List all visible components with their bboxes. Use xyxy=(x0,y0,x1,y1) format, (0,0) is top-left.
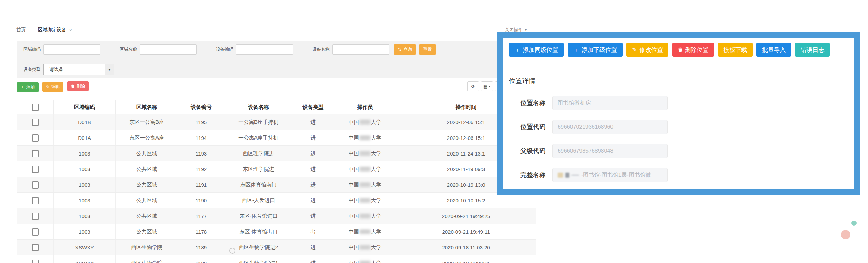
trash-icon xyxy=(71,84,75,88)
table-header-row: 区域编码 区域名称 设备编号 设备名称 设备类型 操作员 操作时间 xyxy=(17,100,536,114)
table-row[interactable]: D01B 东区一公寓B座 1195 一公寓B座手持机 进 中国大学 2020-1… xyxy=(17,114,536,130)
cell-device-type: 进 xyxy=(292,193,334,208)
edit-button-label: 编辑 xyxy=(51,84,60,90)
search-row-1: 区域编码 区域名称 设备编码 设备名称 查询 重置 xyxy=(23,43,535,55)
add-button-label: 添加 xyxy=(26,84,35,90)
area-name-input[interactable] xyxy=(140,44,197,55)
row-checkbox[interactable] xyxy=(32,213,39,220)
row-checkbox[interactable] xyxy=(32,244,39,251)
panel-title: 位置详情 xyxy=(509,77,848,86)
plus-icon: ＋ xyxy=(514,47,520,53)
loading-indicator xyxy=(229,248,235,254)
table-row[interactable]: D01A 东区一公寓A座 1194 一公寓A座手持机 进 中国大学 2020-1… xyxy=(17,130,536,146)
cell-device-name: 西区生物学院进1 xyxy=(225,255,292,263)
position-name-input[interactable]: 图书馆微机房 xyxy=(552,96,668,110)
cell-device-type: 进 xyxy=(292,114,334,130)
row-checkbox[interactable] xyxy=(32,260,39,263)
reset-button[interactable]: 重置 xyxy=(419,44,436,55)
cell-checkbox xyxy=(17,146,54,161)
edit-button[interactable]: ✎ 编辑 xyxy=(42,82,63,92)
cell-operator: 中国大学 xyxy=(334,146,396,161)
error-log-button[interactable]: 错误日志 xyxy=(795,43,830,57)
cell-device-type: 进 xyxy=(292,130,334,146)
device-table: 区域编码 区域名称 设备编号 设备名称 设备类型 操作员 操作时间 D01B 东… xyxy=(17,100,536,263)
cell-operator: 中国大学 xyxy=(334,114,396,130)
close-icon[interactable]: × xyxy=(69,28,72,32)
add-button[interactable]: ＋ 添加 xyxy=(17,82,39,92)
redacted-blur xyxy=(360,135,370,140)
cell-area-code: 1003 xyxy=(54,161,116,177)
row-checkbox[interactable] xyxy=(32,166,39,173)
table-row[interactable]: 1003 公共区域 1193 西区理学院进 进 中国大学 2020-11-24 … xyxy=(17,146,536,161)
cell-checkbox xyxy=(17,255,54,263)
row-checkbox[interactable] xyxy=(32,134,39,142)
tab-home[interactable]: 首页 xyxy=(10,22,32,38)
table-row[interactable]: 1003 公共区域 1191 东区体育馆南门 进 中国大学 2020-10-19… xyxy=(17,177,536,193)
row-checkbox[interactable] xyxy=(32,197,39,204)
cell-device-no: 1190 xyxy=(178,193,225,208)
field-position-code: 位置代码 696607021936168960 xyxy=(520,120,848,134)
main-page: 首页 区域绑定设备 × 关闭操作 ▼ 区域编码 区域名称 设备编码 设备名称 xyxy=(10,22,537,263)
cell-device-type: 进 xyxy=(292,208,334,224)
device-type-label: 设备类型 xyxy=(23,67,41,73)
row-checkbox[interactable] xyxy=(32,181,39,189)
cell-device-no: 1192 xyxy=(178,161,225,177)
columns-button[interactable]: ▦▼ xyxy=(481,81,493,91)
plus-icon: ＋ xyxy=(573,47,579,53)
table-row[interactable]: XSWXY 西区生物学院 1189 西区生物学院进2 进 中国大学 2020-0… xyxy=(17,240,536,255)
device-type-selected-value: --请选择-- xyxy=(44,67,65,73)
field-parent-code: 父级代码 696606798576898048 xyxy=(520,144,848,158)
cell-device-name: 东区-体育馆出口 xyxy=(225,224,292,240)
area-code-input[interactable] xyxy=(43,44,100,55)
tab-area-bound-device[interactable]: 区域绑定设备 × xyxy=(32,22,78,38)
table-action-row: ＋ 添加 ✎ 编辑 删除 ⟳ ▦▼ ≡▼ xyxy=(17,81,535,93)
redacted-blur xyxy=(360,198,370,203)
full-name-input[interactable]: -图书馆-图书馆1层-图书馆微 xyxy=(552,168,668,182)
row-checkbox[interactable] xyxy=(32,228,39,236)
table-row[interactable]: 1003 公共区域 1177 东区-体育馆进口 进 中国大学 2020-09-2… xyxy=(17,208,536,224)
batch-import-button[interactable]: 批量导入 xyxy=(756,43,791,57)
device-name-input[interactable] xyxy=(332,44,389,55)
modify-position-button[interactable]: ✎ 修改位置 xyxy=(626,43,668,57)
cell-device-no: 1189 xyxy=(178,240,225,255)
device-name-label: 设备名称 xyxy=(312,47,330,53)
add-sibling-position-button[interactable]: ＋ 添加同级位置 xyxy=(509,43,564,57)
device-type-select[interactable]: --请选择-- ▼ xyxy=(43,64,114,75)
row-checkbox[interactable] xyxy=(32,150,39,157)
template-download-button[interactable]: 模板下载 xyxy=(718,43,753,57)
add-child-position-button[interactable]: ＋ 添加下级位置 xyxy=(568,43,623,57)
cell-operator: 中国大学 xyxy=(334,161,396,177)
area-code-label: 区域编码 xyxy=(23,47,41,53)
pencil-icon: ✎ xyxy=(46,84,49,89)
cell-device-no: 1177 xyxy=(178,208,225,224)
field-position-name: 位置名称 图书馆微机房 xyxy=(520,96,848,110)
cell-device-type: 出 xyxy=(292,224,334,240)
position-code-input[interactable]: 696607021936168960 xyxy=(552,120,668,134)
redacted-blur xyxy=(360,120,370,125)
cell-device-name: 东区-体育馆进口 xyxy=(225,208,292,224)
table-row[interactable]: 1003 公共区域 1192 东区理学院进 进 中国大学 2020-11-19 … xyxy=(17,161,536,177)
cell-checkbox xyxy=(17,161,54,177)
redacted-blur xyxy=(565,173,569,178)
position-detail-content: ＋ 添加同级位置 ＋ 添加下级位置 ✎ 修改位置 删除位置 xyxy=(503,43,854,182)
table-row[interactable]: 1003 公共区域 1178 东区-体育馆出口 出 中国大学 2020-09-2… xyxy=(17,224,536,240)
table-row[interactable]: 1003 公共区域 1190 西区-人发进口 进 中国大学 2020-10-10… xyxy=(17,193,536,208)
cell-area-code: XSWXY xyxy=(54,255,116,263)
redacted-blur xyxy=(360,245,370,250)
select-all-checkbox[interactable] xyxy=(32,104,39,111)
cell-device-type: 进 xyxy=(292,177,334,193)
delete-position-button[interactable]: 删除位置 xyxy=(672,43,714,57)
cell-area-name: 公共区域 xyxy=(116,146,178,161)
cell-area-code: 1003 xyxy=(54,146,116,161)
decor-dot-teal xyxy=(851,221,857,226)
refresh-button[interactable]: ⟳ xyxy=(467,81,479,91)
table-row[interactable]: XSWXY 西区生物学院 1188 西区生物学院进1 进 中国大学 2020-0… xyxy=(17,255,536,263)
parent-code-input[interactable]: 696606798576898048 xyxy=(552,144,668,158)
position-code-label: 位置代码 xyxy=(520,123,548,131)
row-checkbox[interactable] xyxy=(32,119,39,126)
search-button[interactable]: 查询 xyxy=(394,44,416,55)
delete-button[interactable]: 删除 xyxy=(67,81,89,91)
cell-device-no: 1188 xyxy=(178,255,225,263)
cell-device-name: 西区生物学院进2 xyxy=(225,240,292,255)
device-code-input[interactable] xyxy=(236,44,293,55)
